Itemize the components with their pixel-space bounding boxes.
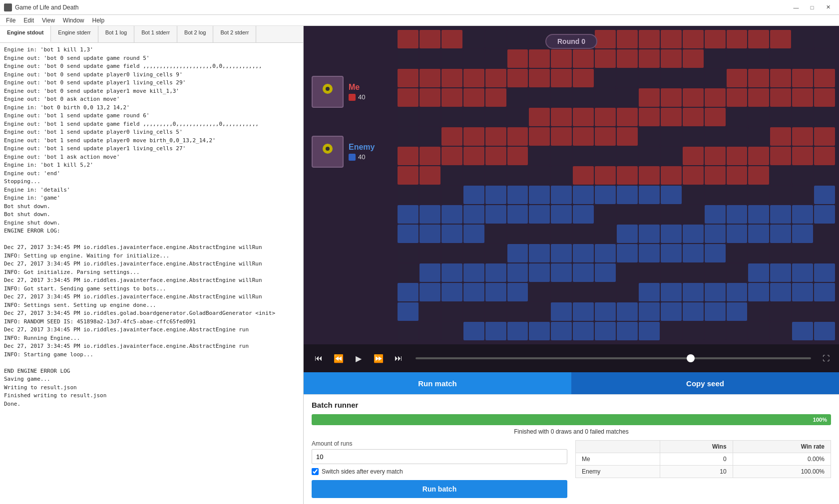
grid-cell <box>485 69 506 87</box>
tab-bot2-stderr[interactable]: Bot 2 stderr <box>213 26 256 42</box>
grid-cell <box>639 283 660 301</box>
grid-cell <box>639 30 660 48</box>
grid-cell <box>792 322 813 340</box>
grid-cell <box>727 322 748 340</box>
tab-engine-stdout[interactable]: Engine stdout <box>0 26 51 42</box>
grid-cell <box>727 205 748 224</box>
maximize-button[interactable]: □ <box>805 2 819 12</box>
grid-cell <box>463 244 484 262</box>
grid-cell <box>398 244 419 262</box>
grid-cell <box>617 322 638 340</box>
menu-item-file[interactable]: File <box>2 16 19 25</box>
stats-row-0: Me00.00% <box>576 453 831 466</box>
grid-cell <box>463 225 484 243</box>
grid-cell <box>814 88 835 107</box>
grid-cell <box>770 88 791 107</box>
player-me-info: Me 40 <box>349 83 365 101</box>
grid-cell <box>727 225 748 243</box>
grid-cell <box>595 69 616 87</box>
grid-cell <box>529 127 550 146</box>
menu-item-help[interactable]: Help <box>88 16 109 25</box>
grid-cell <box>639 186 660 204</box>
grid-cell <box>595 205 616 224</box>
grid-cell <box>485 108 506 126</box>
grid-cell <box>573 69 594 87</box>
grid-cell <box>529 302 550 321</box>
grid-cell <box>639 88 660 107</box>
grid-cell <box>463 69 484 87</box>
copy-seed-button[interactable]: Copy seed <box>571 372 839 394</box>
grid-cell <box>595 186 616 204</box>
grid-cell <box>617 88 638 107</box>
player-enemy-sprite <box>312 136 344 168</box>
grid-cell <box>441 225 462 243</box>
run-match-button[interactable]: Run match <box>304 372 571 394</box>
grid-cell <box>814 49 835 68</box>
grid-cell <box>727 244 748 262</box>
grid-cell <box>463 166 484 185</box>
grid-cell <box>398 205 419 224</box>
batch-stats: Wins Win rate Me00.00%Enemy10100.00% <box>575 440 831 478</box>
grid-cell <box>529 166 550 185</box>
tab-bot1-stderr[interactable]: Bot 1 stderr <box>134 26 177 42</box>
grid-cell <box>441 322 462 340</box>
grid-cell <box>573 186 594 204</box>
grid-cell <box>705 283 726 301</box>
fast-forward-button[interactable]: ⏩ <box>370 349 388 367</box>
grid-cell <box>639 69 660 87</box>
grid-cell <box>441 205 462 224</box>
grid-cell <box>814 108 835 126</box>
grid-cell <box>792 186 813 204</box>
grid-cell <box>595 302 616 321</box>
stats-header-winrate: Win rate <box>733 441 831 453</box>
grid-cell <box>507 108 528 126</box>
grid-cell <box>595 322 616 340</box>
grid-cell <box>551 283 572 301</box>
grid-cell <box>551 186 572 204</box>
grid-cell <box>463 186 484 204</box>
play-button[interactable]: ▶ <box>350 349 368 367</box>
grid-cell <box>748 127 769 146</box>
grid-cell <box>507 127 528 146</box>
menu-item-window[interactable]: Window <box>59 16 88 25</box>
tab-bot2-log[interactable]: Bot 2 log <box>177 26 213 42</box>
grid-cell <box>507 166 528 185</box>
grid-cell <box>463 30 484 48</box>
rewind-button[interactable]: ⏪ <box>330 349 348 367</box>
grid-cell <box>398 69 419 87</box>
grid-cell <box>398 302 419 321</box>
grid-cell <box>639 322 660 340</box>
stats-cell-player: Me <box>576 453 660 466</box>
player-enemy-name: Enemy <box>349 143 375 152</box>
grid-cell <box>661 127 682 146</box>
skip-back-button[interactable]: ⏮ <box>310 349 328 367</box>
grid-cell <box>792 30 813 48</box>
tab-bot1-log[interactable]: Bot 1 log <box>98 26 134 42</box>
grid-cell <box>485 263 506 282</box>
switch-sides-checkbox[interactable] <box>312 468 319 475</box>
grid-cell <box>441 108 462 126</box>
fullscreen-button[interactable]: ⛶ <box>819 351 833 365</box>
grid-cell <box>727 147 748 165</box>
player-enemy-info: Enemy 40 <box>349 143 375 161</box>
grid-cell <box>485 322 506 340</box>
tab-engine-stderr[interactable]: Engine stderr <box>51 26 98 42</box>
grid-cell <box>814 30 835 48</box>
grid-cell <box>441 30 462 48</box>
log-content[interactable]: Engine in: 'bot 1 kill 1,3' Engine out: … <box>0 43 303 504</box>
progress-slider[interactable] <box>416 357 811 359</box>
close-button[interactable]: ✕ <box>821 2 835 12</box>
player-me-card: Me 40 <box>312 76 365 108</box>
menu-item-view[interactable]: View <box>38 16 59 25</box>
menu-item-edit[interactable]: Edit <box>19 16 38 25</box>
grid-cell <box>463 108 484 126</box>
grid-cell <box>617 127 638 146</box>
grid-cell <box>420 322 440 340</box>
game-viewport: Round 0 Me 40 Enemy <box>304 26 839 344</box>
grid-cell <box>398 322 419 340</box>
amount-of-runs-input[interactable] <box>312 449 567 464</box>
grid-cell <box>420 127 440 146</box>
run-batch-button[interactable]: Run batch <box>312 480 567 498</box>
minimize-button[interactable]: — <box>789 2 803 12</box>
skip-forward-button[interactable]: ⏭ <box>390 349 408 367</box>
